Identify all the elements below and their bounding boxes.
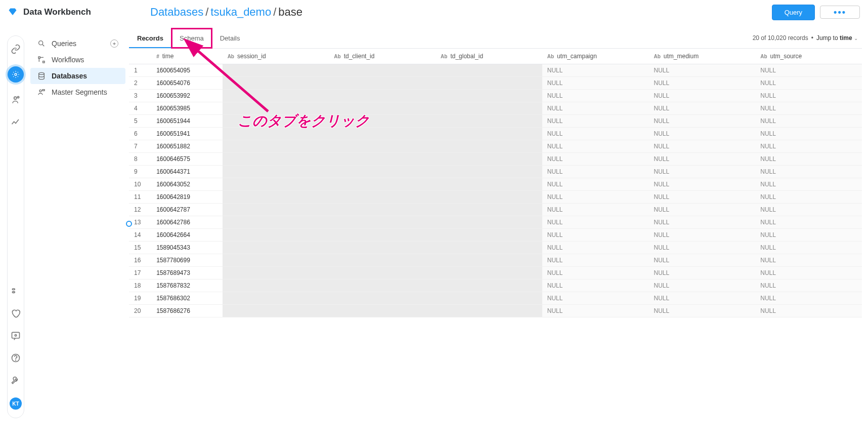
sidebar-item-databases[interactable]: Databases (30, 68, 125, 84)
table-row[interactable]: 21600654076 NULLNULLNULL (129, 77, 862, 90)
table-row[interactable]: 201587686276 NULLNULLNULL (129, 305, 862, 317)
cell-client (329, 204, 436, 216)
col-header-time[interactable]: #time (151, 49, 222, 64)
table-row[interactable]: 131600642786 NULLNULLNULL (129, 216, 862, 229)
topbar: Data Workbench Databases / tsuka_demo / … (0, 0, 868, 24)
cell-time: 1600642787 (151, 204, 222, 216)
cell-session (223, 128, 329, 140)
cell-session (223, 242, 329, 254)
cell-medium: NULL (649, 166, 756, 178)
cell-rownum: 19 (129, 292, 151, 305)
chart-icon[interactable] (11, 117, 21, 127)
col-header-source[interactable]: Abutm_source (755, 49, 862, 64)
table-row[interactable]: 71600651882 NULLNULLNULL (129, 140, 862, 153)
col-header-session[interactable]: Absession_id (223, 49, 329, 64)
table-row[interactable]: 81600646575 NULLNULLNULL (129, 153, 862, 166)
jump-to-link[interactable]: Jump to time ⌄ (816, 34, 858, 42)
table-row[interactable]: 61600651941 NULLNULLNULL (129, 128, 862, 140)
cell-rownum: 2 (129, 77, 151, 90)
cell-global (436, 254, 542, 267)
cell-global (436, 216, 542, 229)
sidebar-item-label: Queries (52, 39, 76, 48)
cell-time: 1600646575 (151, 153, 222, 166)
svg-rect-3 (12, 289, 15, 290)
cell-time: 1600643052 (151, 178, 222, 191)
cell-time: 1587686276 (151, 305, 222, 317)
cell-source: NULL (755, 242, 862, 254)
cell-client (329, 191, 436, 204)
heart-icon[interactable] (11, 308, 21, 318)
cell-source: NULL (755, 166, 862, 178)
col-header-global[interactable]: Abtd_global_id (436, 49, 542, 64)
tab-schema[interactable]: Schema (171, 28, 212, 48)
tab-details[interactable]: Details (212, 28, 248, 48)
row-marker (126, 221, 132, 227)
svg-point-1 (14, 97, 17, 99)
plus-icon[interactable]: + (110, 39, 118, 48)
cell-campaign: NULL (542, 254, 649, 267)
cell-rownum: 3 (129, 90, 151, 102)
breadcrumb-root[interactable]: Databases (150, 6, 203, 19)
cell-global (436, 191, 542, 204)
col-header-rownum[interactable] (129, 49, 151, 64)
table-row[interactable]: 171587689473 NULLNULLNULL (129, 267, 862, 279)
table-row[interactable]: 11600654095 NULLNULLNULL (129, 64, 862, 77)
cell-time: 1600642819 (151, 191, 222, 204)
help-icon[interactable] (11, 353, 21, 363)
cell-source: NULL (755, 191, 862, 204)
table-row[interactable]: 121600642787 NULLNULLNULL (129, 204, 862, 216)
cell-client (329, 229, 436, 242)
cell-source: NULL (755, 178, 862, 191)
table-row[interactable]: 101600643052 NULLNULLNULL (129, 178, 862, 191)
cell-medium: NULL (649, 279, 756, 292)
table-row[interactable]: 31600653992 NULLNULLNULL (129, 90, 862, 102)
audience-icon[interactable] (11, 95, 21, 105)
tab-records[interactable]: Records (129, 28, 171, 48)
cell-client (329, 216, 436, 229)
table-row[interactable]: 41600653985 NULLNULLNULL (129, 102, 862, 115)
breadcrumb: Databases / tsuka_demo / base (150, 6, 302, 19)
wrench-icon[interactable] (11, 375, 21, 385)
sidebar-item-master-segments[interactable]: Master Segments (30, 84, 125, 100)
table-row[interactable]: 191587686302 NULLNULLNULL (129, 292, 862, 305)
query-button[interactable]: Query (772, 5, 815, 20)
link-icon[interactable] (11, 44, 21, 54)
chat-icon[interactable] (11, 331, 21, 341)
cell-medium: NULL (649, 128, 756, 140)
data-workbench-icon[interactable] (8, 66, 24, 83)
breadcrumb-db[interactable]: tsuka_demo (210, 6, 271, 19)
cell-campaign: NULL (542, 128, 649, 140)
cell-source: NULL (755, 115, 862, 128)
chevron-down-icon: ⌄ (854, 35, 858, 41)
table-row[interactable]: 141600642664 NULLNULLNULL (129, 229, 862, 242)
col-header-client[interactable]: Abtd_client_id (329, 49, 436, 64)
table-row[interactable]: 91600644371 NULLNULLNULL (129, 166, 862, 178)
table-row[interactable]: 151589045343 NULLNULLNULL (129, 242, 862, 254)
table-row[interactable]: 161587780699 NULLNULLNULL (129, 254, 862, 267)
cell-time: 1600642786 (151, 216, 222, 229)
col-header-campaign[interactable]: Abutm_campaign (542, 49, 649, 64)
data-table: #time Absession_id Abtd_client_id Abtd_g… (129, 49, 862, 317)
topbar-actions: Query ••• (772, 5, 860, 20)
cell-campaign: NULL (542, 305, 649, 317)
avatar[interactable]: KT (10, 397, 22, 410)
cell-global (436, 140, 542, 153)
cell-source: NULL (755, 254, 862, 267)
col-header-medium[interactable]: Abutm_medium (649, 49, 756, 64)
table-row[interactable]: 181587687832 NULLNULLNULL (129, 279, 862, 292)
diamond-icon (8, 8, 17, 17)
cell-campaign: NULL (542, 64, 649, 77)
records-count: 20 of 10,020 records (753, 34, 808, 42)
cell-client (329, 305, 436, 317)
cell-rownum: 10 (129, 178, 151, 191)
table-row[interactable]: 51600651944 NULLNULLNULL (129, 115, 862, 128)
cell-session (223, 191, 329, 204)
sidebar-item-queries[interactable]: Queries + (30, 35, 125, 52)
list-icon[interactable] (11, 286, 21, 296)
sidebar-item-workflows[interactable]: Workflows (30, 52, 125, 68)
table-row[interactable]: 111600642819 NULLNULLNULL (129, 191, 862, 204)
cell-global (436, 305, 542, 317)
more-button[interactable]: ••• (820, 6, 860, 19)
cell-global (436, 102, 542, 115)
cell-medium: NULL (649, 292, 756, 305)
